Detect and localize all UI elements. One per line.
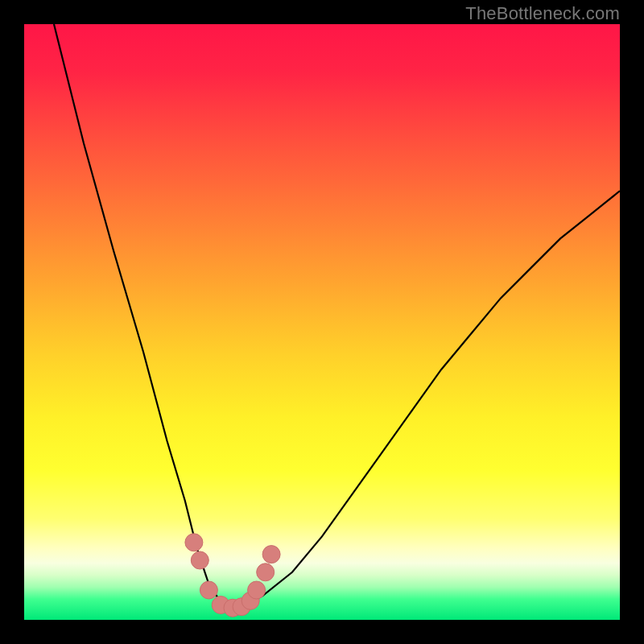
plot-area	[24, 24, 620, 620]
curve-layer	[24, 24, 620, 620]
marker-point	[248, 581, 266, 599]
marker-point	[200, 581, 217, 599]
marker-point	[262, 546, 280, 564]
marker-point	[185, 534, 203, 551]
highlighted-points	[185, 534, 280, 617]
bottleneck-curve	[54, 24, 620, 608]
watermark-text: TheBottleneck.com	[465, 3, 620, 24]
marker-point	[191, 551, 208, 569]
chart-frame: TheBottleneck.com	[0, 0, 644, 644]
marker-point	[257, 564, 275, 581]
